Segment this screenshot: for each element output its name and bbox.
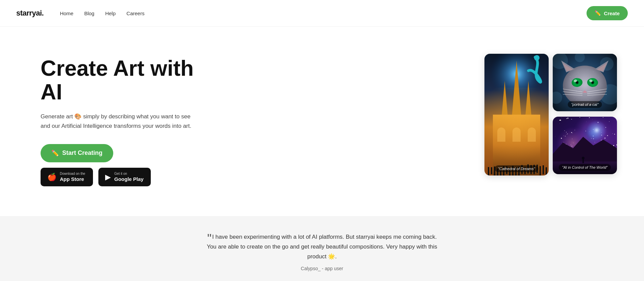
app-store-text: Download on the App Store: [60, 172, 85, 183]
google-play-large: Google Play: [114, 176, 144, 183]
start-pencil-icon: ✏️: [51, 149, 59, 157]
logo-dot: .: [42, 9, 44, 17]
testimonial-quote: "I have been experimenting with a lot of…: [204, 232, 440, 262]
store-buttons: 🍎 Download on the App Store ▶ Get it on …: [41, 168, 203, 187]
nav-home[interactable]: Home: [60, 10, 73, 16]
testimonial-author: Calypso_ - app user: [27, 266, 617, 271]
cat-caption: "portrait of a cat": [568, 101, 602, 108]
google-play-button[interactable]: ▶ Get it on Google Play: [98, 168, 151, 187]
start-creating-label: Start Creating: [62, 149, 102, 157]
app-store-button[interactable]: 🍎 Download on the App Store: [41, 168, 93, 187]
image-card-mountains: "AI in Control of The World": [553, 117, 617, 174]
testimonial-text: I have been experimenting with a lot of …: [207, 234, 437, 260]
nav-careers[interactable]: Careers: [126, 10, 144, 16]
logo: starryai.: [16, 9, 44, 18]
hero-subtitle-line2: and our Artificial Intelligence transfor…: [41, 123, 191, 129]
nav-links: Home Blog Help Careers: [60, 10, 144, 16]
hero-title: Create Art with AI: [41, 56, 203, 104]
pencil-icon: ✏️: [595, 10, 601, 16]
nav-left: starryai. Home Blog Help Careers: [16, 9, 144, 18]
apple-icon: 🍎: [47, 173, 56, 182]
hero-image-grid: "Cathedral of Dreams" "portrait of a cat…: [484, 54, 617, 175]
hero-subtitle-line1: Generate art 🎨 simply by describing what…: [41, 113, 190, 120]
start-creating-button[interactable]: ✏️ Start Creating: [41, 144, 113, 162]
hero-actions: ✏️ Start Creating 🍎 Download on the App …: [41, 144, 203, 187]
logo-text: starryai: [16, 9, 42, 17]
app-store-large: App Store: [60, 176, 85, 183]
google-play-small: Get it on: [114, 172, 144, 176]
create-button-label: Create: [604, 10, 620, 16]
image-card-cat: "portrait of a cat": [553, 54, 617, 111]
testimonial-section: "I have been experimenting with a lot of…: [0, 216, 644, 281]
mountains-caption: "AI in Control of The World": [559, 164, 611, 171]
cathedral-canvas: [484, 54, 549, 175]
hero-section: Create Art with AI Generate art 🎨 simply…: [0, 27, 644, 216]
hero-subtitle: Generate art 🎨 simply by describing what…: [41, 112, 203, 130]
hero-content: Create Art with AI Generate art 🎨 simply…: [41, 56, 203, 187]
image-card-cathedral: "Cathedral of Dreams": [484, 54, 549, 175]
nav-help[interactable]: Help: [105, 10, 116, 16]
create-button[interactable]: ✏️ Create: [587, 6, 628, 20]
google-play-text: Get it on Google Play: [114, 172, 144, 183]
nav-blog[interactable]: Blog: [84, 10, 94, 16]
google-play-icon: ▶: [105, 173, 111, 182]
cathedral-caption: "Cathedral of Dreams": [495, 165, 538, 172]
app-store-small: Download on the: [60, 172, 85, 176]
navbar: starryai. Home Blog Help Careers ✏️ Crea…: [0, 0, 644, 27]
